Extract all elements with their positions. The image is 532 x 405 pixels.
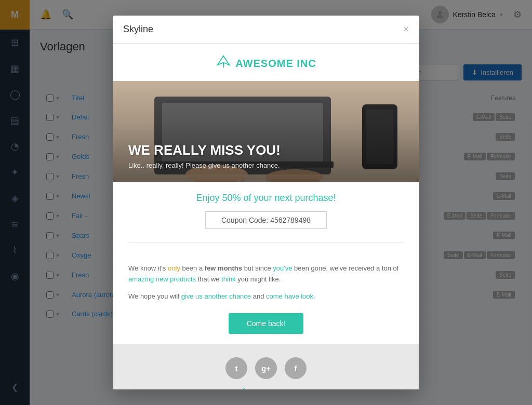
body-text-1: We know it's only been a few months but … — [113, 263, 419, 285]
social-icons: t g+ f — [128, 357, 404, 379]
cta-wrap: Come back! — [113, 308, 419, 344]
modal-header: Skyline × — [113, 16, 419, 44]
hero-sub-text: Like.. really, really! Please give us an… — [128, 161, 404, 169]
promo-divider — [128, 242, 404, 242]
google-button[interactable]: g+ — [255, 357, 277, 379]
modal: Skyline × AWESOME INC — [113, 16, 419, 389]
modal-overlay[interactable]: Skyline × AWESOME INC — [0, 0, 532, 405]
footer-brand-icon — [240, 387, 248, 389]
modal-footer: t g+ f Awesome — [113, 344, 419, 389]
google-icon: g+ — [261, 364, 271, 373]
twitter-icon: t — [235, 364, 238, 373]
hero-image: WE REALLY MISS YOU! Like.. really, reall… — [113, 81, 419, 182]
twitter-button[interactable]: t — [225, 357, 247, 379]
brand-name: AWESOME INC — [235, 58, 316, 70]
close-button[interactable]: × — [403, 24, 409, 35]
hero-main-text: WE REALLY MISS YOU! — [128, 142, 404, 158]
footer-brand: Awesome Inc — [128, 387, 404, 389]
facebook-icon: f — [295, 364, 297, 373]
promo-title: Enjoy 50% of your next purchase! — [128, 193, 404, 204]
brand-logo-icon — [216, 54, 231, 73]
body-text-2: We hope you will give us another chance … — [113, 291, 419, 302]
footer-brand-name: Awesome Inc — [251, 388, 292, 389]
hero-overlay-text: WE REALLY MISS YOU! Like.. really, reall… — [113, 81, 419, 182]
coupon-box: Coupon Code: 4562789498 — [205, 211, 327, 229]
modal-title: Skyline — [123, 24, 153, 35]
facebook-button[interactable]: f — [285, 357, 307, 379]
comeback-button[interactable]: Come back! — [229, 313, 304, 334]
modal-body: AWESOME INC — [113, 44, 419, 389]
promo-section: Enjoy 50% of your next purchase! Coupon … — [113, 182, 419, 263]
brand-header: AWESOME INC — [113, 44, 419, 81]
